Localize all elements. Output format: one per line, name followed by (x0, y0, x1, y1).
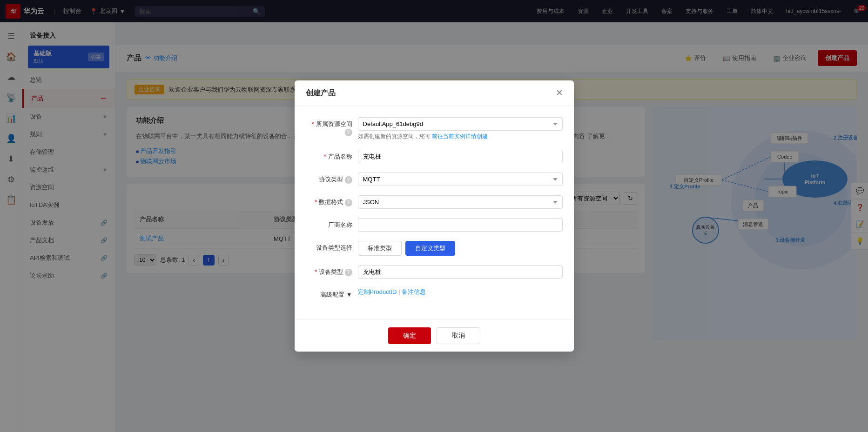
label-manufacturer: 厂商名称 (306, 218, 352, 229)
confirm-btn[interactable]: 确定 (388, 327, 431, 344)
product-name-wrap (358, 150, 563, 163)
form-row-manufacturer: 厂商名称 (306, 218, 563, 232)
data-format-select[interactable]: JSON 二进制码流 (358, 195, 563, 209)
modal-close-btn[interactable]: ✕ (556, 88, 563, 98)
form-row-data-format: 数据格式 ? JSON 二进制码流 (306, 195, 563, 209)
resource-space-wrap: DefaultApp_61debg9d 如需创建新的资源空间，您可 前往当前实例… (358, 117, 563, 140)
product-name-input[interactable] (358, 150, 563, 163)
modal-header: 创建产品 ✕ (295, 80, 574, 106)
label-device-type: 设备类型 ? (306, 265, 352, 276)
config-links: 定制ProductID | 备注信息 (358, 288, 563, 296)
device-type-wrap (358, 265, 563, 279)
form-row-resource-space: 所属资源空间 ? DefaultApp_61debg9d 如需创建新的资源空间，… (306, 117, 563, 140)
form-row-device-type-select: 设备类型选择 标准类型 自定义类型 (306, 241, 563, 256)
protocol-wrap: MQTT CoAP HTTP (358, 173, 563, 186)
modal-body: 所属资源空间 ? DefaultApp_61debg9d 如需创建新的资源空间，… (295, 106, 574, 319)
cancel-btn[interactable]: 取消 (437, 327, 480, 344)
standard-type-btn[interactable]: 标准类型 (358, 241, 402, 256)
modal-overlay[interactable]: 创建产品 ✕ 所属资源空间 ? DefaultApp_61debg9d 如需创建… (0, 0, 868, 432)
protocol-select[interactable]: MQTT CoAP HTTP (358, 173, 563, 186)
protocol-info-icon[interactable]: ? (345, 176, 352, 184)
modal-title: 创建产品 (306, 88, 336, 98)
resource-space-link[interactable]: 前往当前实例详情创建 (432, 133, 488, 140)
device-type-btn-group: 标准类型 自定义类型 (358, 241, 563, 256)
resource-space-hint: 如需创建新的资源空间，您可 前往当前实例详情创建 (358, 133, 563, 140)
resource-space-select[interactable]: DefaultApp_61debg9d (358, 117, 563, 131)
label-resource-space: 所属资源空间 ? (306, 117, 352, 136)
manufacturer-input[interactable] (358, 218, 563, 232)
label-device-type-select: 设备类型选择 (306, 241, 352, 252)
remark-link[interactable]: 备注信息 (402, 288, 426, 295)
form-row-protocol: 协议类型 ? MQTT CoAP HTTP (306, 173, 563, 186)
advanced-chevron-icon: ▼ (346, 291, 352, 298)
modal-footer: 确定 取消 (295, 319, 574, 352)
label-product-name: 产品名称 (306, 150, 352, 161)
label-data-format: 数据格式 ? (306, 195, 352, 206)
custom-productid-link[interactable]: 定制ProductID (358, 288, 397, 295)
custom-type-btn[interactable]: 自定义类型 (405, 241, 455, 256)
form-row-device-type: 设备类型 ? (306, 265, 563, 279)
advanced-config-wrap: 定制ProductID | 备注信息 (358, 288, 563, 296)
manufacturer-wrap (358, 218, 563, 232)
form-row-product-name: 产品名称 (306, 150, 563, 163)
resource-space-info-icon[interactable]: ? (345, 129, 352, 136)
label-protocol: 协议类型 ? (306, 173, 352, 184)
data-format-info-icon[interactable]: ? (345, 199, 352, 206)
device-type-input[interactable] (358, 265, 563, 279)
label-advanced: 高级配置 ▼ (306, 288, 352, 299)
device-type-select-wrap: 标准类型 自定义类型 (358, 241, 563, 256)
device-type-info-icon[interactable]: ? (345, 269, 352, 276)
create-product-modal: 创建产品 ✕ 所属资源空间 ? DefaultApp_61debg9d 如需创建… (295, 80, 574, 352)
data-format-wrap: JSON 二进制码流 (358, 195, 563, 209)
form-row-advanced: 高级配置 ▼ 定制ProductID | 备注信息 (306, 288, 563, 299)
